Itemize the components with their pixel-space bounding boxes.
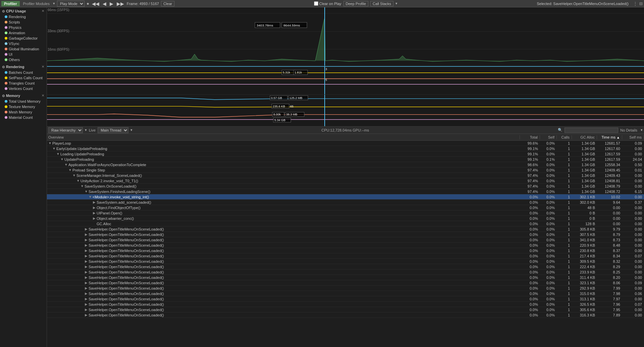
table-row[interactable]: ▶SaveHelper.OpenTitleMenuOnSceneLoaded()… (47, 248, 644, 253)
expand-icon[interactable]: ▼ (89, 195, 92, 199)
expand-icon[interactable]: ▶ (85, 281, 88, 285)
table-row[interactable]: GC.Alloc0.0%0.0%1128 B0.000.00 (47, 221, 644, 227)
table-row[interactable]: ▶SaveHelper.OpenTitleMenuOnSceneLoaded()… (47, 237, 644, 243)
thread-dropdown[interactable]: Main Thread (98, 127, 128, 133)
expand-icon[interactable]: ▶ (93, 206, 96, 209)
sidebar-item-material-count[interactable]: Material Count (0, 115, 47, 120)
table-row[interactable]: ▼SaveSystem.OnSceneLoaded()97.4%0.0%11.3… (47, 184, 644, 189)
sidebar-item-vertices[interactable]: Vertices Count (0, 86, 47, 91)
expand-icon[interactable]: ▶ (85, 233, 88, 236)
expand-icon[interactable]: ▼ (72, 174, 76, 177)
expand-icon[interactable]: ▶ (85, 254, 88, 258)
table-row[interactable]: ▼Loading.UpdatePreloading99.1%0.0%11.34 … (47, 151, 644, 157)
table-row[interactable]: ▶SaveHelper.OpenTitleMenuOnSceneLoaded()… (47, 302, 644, 307)
table-row[interactable]: ▼UnityAction`2.invoke_void_T0_T1()97.4%0… (47, 178, 644, 184)
sidebar-item-rendering[interactable]: Rendering (0, 14, 47, 19)
table-row[interactable]: ▶SaveSystem.add_sceneLoaded()0.0%0.0%130… (47, 200, 644, 205)
sidebar-item-gi[interactable]: Global Illumination (0, 46, 47, 52)
hierarchy-dropdown[interactable]: Raw Hierarchy (48, 127, 83, 133)
table-row[interactable]: ▼UpdatePreloading99.1%0.1%11.34 GB12617.… (47, 157, 644, 162)
sidebar-item-total-memory[interactable]: Total Used Memory (0, 99, 47, 104)
table-row[interactable]: ▶SaveHelper.OpenTitleMenuOnSceneLoaded()… (47, 275, 644, 280)
sidebar-item-ui[interactable]: UI (0, 52, 47, 57)
expand-icon[interactable]: ▶ (85, 292, 88, 295)
sidebar-item-texture-memory[interactable]: Texture Memory (0, 104, 47, 109)
search-input[interactable] (565, 128, 618, 133)
expand-icon[interactable]: ▼ (85, 190, 88, 193)
sidebar-item-scripts[interactable]: Scripts (0, 19, 47, 25)
table-row[interactable]: ▶SaveHelper.OpenTitleMenuOnSceneLoaded()… (47, 307, 644, 312)
memory-chart[interactable]: 0.57 GB 125.2 MB 235.6 KB 65 8.00k 38.3 … (47, 95, 644, 127)
sidebar-category-cpu[interactable]: ⊙ CPU Usage ✕ (0, 8, 47, 14)
table-row[interactable]: ▶SaveHelper.OpenTitleMenuOnSceneLoaded()… (47, 296, 644, 302)
expand-icon[interactable]: ▶ (93, 216, 96, 220)
prev-frame-button[interactable]: ◀ (102, 1, 107, 6)
table-row[interactable]: ▼PlayerLoop99.6%0.0%11.34 GB12681.570.09 (47, 141, 644, 146)
expand-icon[interactable]: ▶ (85, 227, 88, 231)
expand-icon[interactable]: ▶ (85, 270, 88, 274)
expand-icon[interactable]: ▼ (68, 168, 72, 172)
table-row[interactable]: ▼SceneManager.Internal_SceneLoaded()97.4… (47, 173, 644, 178)
expand-icon[interactable]: ▶ (85, 297, 88, 301)
rendering-close-button[interactable]: ✕ (41, 65, 45, 68)
table-row[interactable]: ▶SaveHelper.OpenTitleMenuOnSceneLoaded()… (47, 264, 644, 269)
expand-icon[interactable]: ▼ (64, 163, 68, 166)
expand-icon[interactable]: ▼ (80, 184, 84, 188)
table-row[interactable]: ▶SaveHelper.OpenTitleMenuOnSceneLoaded()… (47, 227, 644, 232)
expand-icon[interactable]: ▶ (85, 243, 88, 247)
sidebar-item-physics[interactable]: Physics (0, 25, 47, 30)
table-row[interactable]: ▶SaveHelper.OpenTitleMenuOnSceneLoaded()… (47, 253, 644, 259)
step-back-button[interactable]: ◀◀ (91, 1, 100, 6)
sidebar-item-setpass[interactable]: SetPass Calls Count (0, 75, 47, 81)
rendering-chart[interactable]: 5.31k 1.81k 3 5 (47, 66, 644, 95)
table-row[interactable]: ▶SaveHelper.OpenTitleMenuOnSceneLoaded()… (47, 312, 644, 318)
expand-icon[interactable]: ▼ (48, 141, 52, 145)
table-row[interactable]: ▶SaveHelper.OpenTitleMenuOnSceneLoaded()… (47, 280, 644, 286)
sidebar-item-animation[interactable]: Animation (0, 30, 47, 36)
step-forward-button[interactable]: ▶▶ (116, 1, 125, 6)
cpu-close-button[interactable]: ✕ (41, 9, 45, 13)
table-row[interactable]: ▼<Module>.invoke_void_string_int()0.0%0.… (47, 194, 644, 200)
expand-icon[interactable]: ▶ (93, 211, 96, 215)
sidebar-item-others[interactable]: Others (0, 57, 47, 62)
call-stacks-button[interactable]: Call Stacks (370, 1, 393, 6)
cpu-chart[interactable]: 66ms (15FPS) 33ms (30FPS) 16ms (60FPS) 3… (47, 7, 644, 66)
header-timems[interactable]: Time ms ▲ (597, 135, 622, 139)
table-row[interactable]: ▶Object.wbarrier_conc()0.0%0.0%10 B0.000… (47, 216, 644, 221)
deep-profile-button[interactable]: Deep Profile (343, 1, 369, 6)
table-row[interactable]: ▶SaveHelper.OpenTitleMenuOnSceneLoaded()… (47, 232, 644, 237)
sidebar-category-rendering[interactable]: ⊙ Rendering ✕ (0, 64, 47, 70)
sidebar-item-batches[interactable]: Batches Count (0, 70, 47, 75)
clear-button[interactable]: Clear (161, 1, 174, 6)
sidebar-item-triangles[interactable]: Triangles Count (0, 81, 47, 86)
sidebar-item-mesh-memory[interactable]: Mesh Memory (0, 109, 47, 115)
expand-icon[interactable]: ▶ (85, 259, 88, 263)
expand-icon[interactable]: ▶ (85, 265, 88, 268)
table-row[interactable]: ▶SaveHelper.OpenTitleMenuOnSceneLoaded()… (47, 286, 644, 291)
expand-icon[interactable]: ▶ (85, 276, 88, 279)
expand-icon[interactable]: ▼ (52, 147, 56, 150)
expand-icon[interactable]: ▼ (76, 179, 80, 183)
hierarchy-body[interactable]: ▼PlayerLoop99.6%0.0%11.34 GB12681.570.09… (47, 141, 644, 347)
expand-icon[interactable]: ▼ (60, 157, 64, 161)
table-row[interactable]: ▶Object.FindObjectOfType()0.0%0.0%148 B0… (47, 205, 644, 210)
sidebar-item-gc[interactable]: GarbageCollector (0, 36, 47, 41)
table-row[interactable]: ▼SaveSystem.FinishedLoadingScene()97.4%0… (47, 189, 644, 194)
clear-on-play-checkbox[interactable] (314, 1, 318, 6)
table-row[interactable]: ▶SaveHelper.OpenTitleMenuOnSceneLoaded()… (47, 291, 644, 296)
clear-on-play-label[interactable]: Clear on Play (314, 1, 341, 6)
table-row[interactable]: ▶UIPanel.Open()0.0%0.0%10 B0.000.00 (47, 210, 644, 216)
sidebar-item-vsync[interactable]: VSync (0, 41, 47, 46)
table-row[interactable]: ▶SaveHelper.OpenTitleMenuOnSceneLoaded()… (47, 269, 644, 275)
sidebar-category-memory[interactable]: ⊙ Memory ✕ (0, 93, 47, 99)
table-row[interactable]: ▶SaveHelper.OpenTitleMenuOnSceneLoaded()… (47, 259, 644, 264)
expand-icon[interactable]: ▼ (56, 152, 60, 156)
expand-icon[interactable]: ▶ (85, 302, 88, 306)
charts-area[interactable]: 66ms (15FPS) 33ms (30FPS) 16ms (60FPS) 3… (47, 7, 644, 127)
table-row[interactable]: ▶SaveHelper.OpenTitleMenuOnSceneLoaded()… (47, 243, 644, 248)
play-mode-dropdown[interactable]: Play Mode (57, 1, 85, 7)
expand-icon[interactable]: ▶ (85, 313, 88, 317)
expand-icon[interactable]: ▶ (85, 249, 88, 252)
expand-icon[interactable]: ▶ (85, 286, 88, 290)
next-frame-button[interactable]: ▶ (109, 1, 114, 6)
